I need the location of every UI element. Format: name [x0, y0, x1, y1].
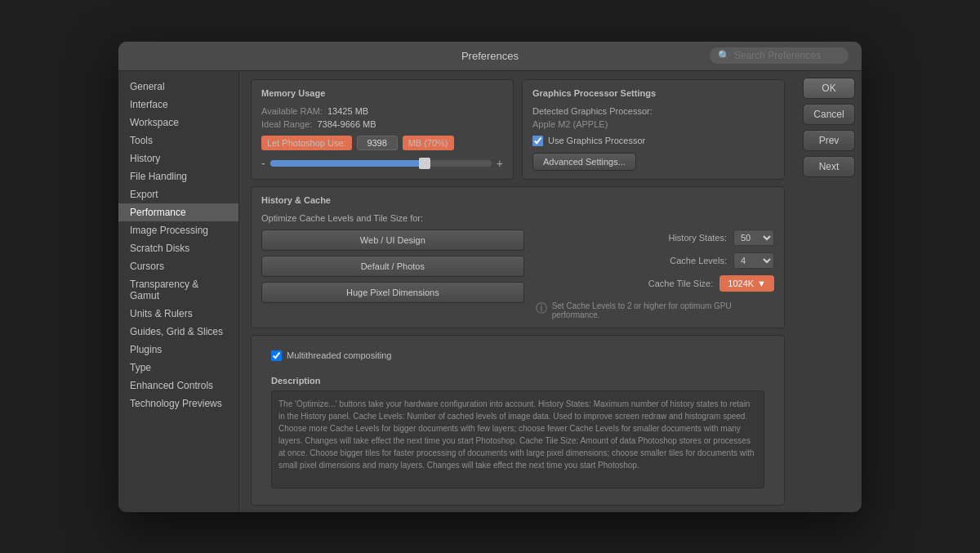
history-cache-title: History & Cache: [261, 195, 774, 205]
sidebar: GeneralInterfaceWorkspaceToolsHistoryFil…: [118, 71, 239, 512]
multithreaded-label: Multithreaded compositing: [287, 350, 391, 360]
cancel-button[interactable]: Cancel: [803, 104, 855, 125]
ideal-range-label: Ideal Range:: [261, 119, 312, 129]
use-graphics-label: Use Graphics Processor: [548, 136, 645, 145]
sidebar-item-type[interactable]: Type: [118, 359, 238, 377]
graphics-section: Graphics Processor Settings Detected Gra…: [522, 79, 785, 180]
history-states-row: History States: 50 20 100: [536, 230, 774, 246]
let-photoshop-label: Let Photoshop Use:: [261, 136, 352, 150]
history-states-select[interactable]: 50 20 100: [733, 230, 774, 246]
sidebar-item-interface[interactable]: Interface: [118, 96, 238, 114]
hc-inner: Web / UI Design Default / Photos Huge Pi…: [261, 230, 774, 319]
memory-title: Memory Usage: [261, 88, 503, 98]
let-photoshop-row: Let Photoshop Use: MB (70%): [261, 136, 503, 150]
sidebar-item-scratch-disks[interactable]: Scratch Disks: [118, 239, 238, 257]
hc-right: History States: 50 20 100 Cache Levels:: [536, 230, 774, 319]
slider-plus-btn[interactable]: +: [497, 157, 503, 170]
cache-tile-button[interactable]: 1024K ▼: [719, 275, 774, 292]
cache-levels-select[interactable]: 4 2 6: [733, 252, 774, 269]
panel-body: Memory Usage Available RAM: 13425 MB Ide…: [239, 71, 796, 512]
hc-left: Web / UI Design Default / Photos Huge Pi…: [261, 230, 524, 319]
graphics-title: Graphics Processor Settings: [532, 88, 774, 98]
memory-usage-section: Memory Usage Available RAM: 13425 MB Ide…: [251, 79, 514, 180]
bottom-area: Multithreaded compositing Description Th…: [251, 335, 785, 506]
sidebar-item-guides--grid---slices[interactable]: Guides, Grid & Slices: [118, 323, 238, 341]
next-button[interactable]: Next: [803, 156, 855, 177]
search-icon: 🔍: [718, 50, 730, 61]
cache-tile-label: Cache Tile Size:: [648, 279, 713, 288]
available-ram-label: Available RAM:: [261, 106, 323, 116]
let-photoshop-input[interactable]: [357, 136, 398, 150]
cache-tip: ⓘ Set Cache Levels to 2 or higher for op…: [536, 301, 774, 319]
available-ram-value: 13425 MB: [327, 106, 368, 116]
sidebar-item-history[interactable]: History: [118, 149, 238, 167]
sidebar-item-transparency---gamut[interactable]: Transparency & Gamut: [118, 275, 238, 305]
search-box[interactable]: 🔍: [710, 47, 849, 64]
prev-button[interactable]: Prev: [803, 130, 855, 151]
window-body: GeneralInterfaceWorkspaceToolsHistoryFil…: [118, 71, 862, 512]
available-ram-row: Available RAM: 13425 MB: [261, 106, 503, 116]
action-buttons: OK Cancel Prev Next: [796, 71, 862, 512]
slider-minus-btn[interactable]: -: [261, 157, 265, 170]
default-photos-button[interactable]: Default / Photos: [261, 256, 524, 277]
ideal-range-value: 7384-9666 MB: [317, 119, 376, 129]
sidebar-item-workspace[interactable]: Workspace: [118, 114, 238, 132]
cache-tile-value: 1024K: [728, 279, 754, 288]
main-panel: Memory Usage Available RAM: 13425 MB Ide…: [239, 71, 862, 512]
description-section: Description The 'Optimize...' buttons ta…: [261, 368, 774, 497]
history-states-label: History States:: [668, 233, 727, 243]
window-title: Preferences: [461, 50, 519, 62]
sidebar-item-units---rulers[interactable]: Units & Rulers: [118, 305, 238, 323]
web-ui-button[interactable]: Web / UI Design: [261, 230, 524, 251]
info-icon: ⓘ: [536, 301, 547, 316]
title-bar: Preferences 🔍: [118, 42, 862, 71]
memory-slider-container: - +: [261, 157, 503, 170]
optimize-label: Optimize Cache Levels and Tile Size for:: [261, 213, 774, 223]
use-graphics-row: Use Graphics Processor: [532, 136, 774, 146]
memory-slider-track[interactable]: [270, 160, 492, 167]
sidebar-item-general[interactable]: General: [118, 78, 238, 96]
top-sections: Memory Usage Available RAM: 13425 MB Ide…: [251, 79, 785, 180]
use-graphics-checkbox[interactable]: [532, 136, 543, 146]
cache-levels-label: Cache Levels:: [670, 256, 727, 265]
sidebar-item-cursors[interactable]: Cursors: [118, 257, 238, 275]
description-title: Description: [271, 376, 764, 386]
sidebar-item-file-handling[interactable]: File Handling: [118, 167, 238, 185]
slider-fill: [270, 160, 425, 167]
huge-pixel-button[interactable]: Huge Pixel Dimensions: [261, 282, 524, 303]
preferences-window: Preferences 🔍 GeneralInterfaceWorkspaceT…: [118, 42, 862, 512]
cache-tile-chevron: ▼: [757, 279, 766, 288]
ideal-range-row: Ideal Range: 7384-9666 MB: [261, 119, 503, 129]
sidebar-item-export[interactable]: Export: [118, 185, 238, 203]
advanced-settings-button[interactable]: Advanced Settings...: [532, 153, 636, 171]
sidebar-item-tools[interactable]: Tools: [118, 132, 238, 149]
cache-buttons: Web / UI Design Default / Photos Huge Pi…: [261, 230, 524, 303]
multithreaded-row: Multithreaded compositing: [261, 344, 774, 368]
tip-text: Set Cache Levels to 2 or higher for opti…: [552, 301, 774, 319]
sidebar-item-image-processing[interactable]: Image Processing: [118, 221, 238, 239]
history-cache-section: History & Cache Optimize Cache Levels an…: [251, 186, 785, 328]
detected-label: Detected Graphics Processor:: [532, 106, 774, 116]
sidebar-item-performance[interactable]: Performance: [118, 203, 238, 221]
ok-button[interactable]: OK: [803, 78, 855, 99]
multithreaded-checkbox[interactable]: [271, 350, 282, 361]
let-photoshop-percent: MB (70%): [403, 136, 454, 150]
detected-value: Apple M2 (APPLE): [532, 119, 774, 129]
description-box: The 'Optimize...' buttons take your hard…: [271, 390, 764, 488]
sidebar-item-technology-previews[interactable]: Technology Previews: [118, 395, 238, 413]
cache-levels-row: Cache Levels: 4 2 6: [536, 252, 774, 269]
search-input[interactable]: [734, 50, 840, 61]
sidebar-item-plugins[interactable]: Plugins: [118, 341, 238, 359]
slider-thumb[interactable]: [419, 158, 430, 169]
cache-tile-row: Cache Tile Size: 1024K ▼: [536, 275, 774, 292]
sidebar-item-enhanced-controls[interactable]: Enhanced Controls: [118, 377, 238, 395]
